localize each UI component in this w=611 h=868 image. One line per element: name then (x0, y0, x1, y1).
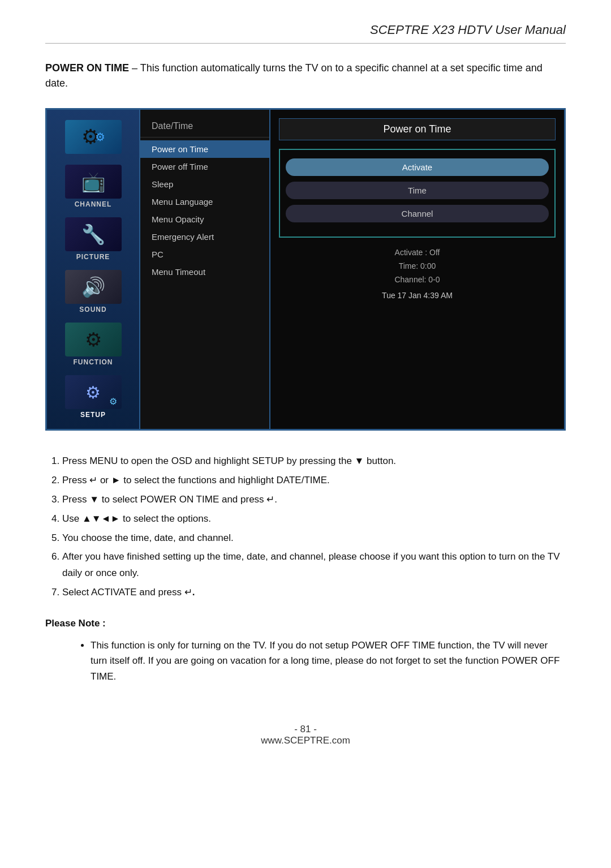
menu-item-menu-timeout[interactable]: Menu Timeout (140, 263, 269, 281)
instructions-section: Press MENU to open the OSD and highlight… (45, 453, 566, 601)
sidebar-item-sound[interactable]: 🔊 SOUND (47, 265, 139, 318)
step-6: After you have finished setting up the t… (62, 549, 566, 582)
menu-item-pc[interactable]: PC (140, 246, 269, 263)
sidebar-item-picture[interactable]: 🔧 PICTURE (47, 213, 139, 265)
step-4: Use ▲▼◄► to select the options. (62, 511, 566, 527)
step-2: Press ↵ or ► to select the functions and… (62, 472, 566, 489)
function-label: FUNCTION (74, 358, 113, 366)
menu-item-sleep[interactable]: Sleep (140, 175, 269, 193)
page-header: SCEPTRE X23 HDTV User Manual (45, 23, 566, 44)
panel-info: Activate : Off Time: 0:00 Channel: 0-0 T… (279, 246, 556, 303)
picture-label: PICTURE (76, 253, 110, 261)
channel-icon: 📺 (65, 165, 122, 199)
function-icon: ⚙ (65, 323, 122, 356)
step-7: Select ACTIVATE and press ↵. (62, 585, 566, 601)
channel-status: Channel: 0-0 (279, 273, 556, 287)
sound-icon: 🔊 (65, 270, 122, 304)
menu-item-menu-opacity[interactable]: Menu Opacity (140, 210, 269, 228)
tv-sidebar: ⚙ ⚙ 📺 CHANNEL 🔧 PICTURE 🔊 SOUND ⚙ FUNCTI… (47, 110, 140, 429)
intro-paragraph: POWER ON TIME – This function automatica… (45, 61, 566, 91)
note-bullet-1: This function is only for turning on the… (91, 638, 566, 684)
panel-option-channel[interactable]: Channel (286, 205, 549, 222)
note-bullets: This function is only for turning on the… (45, 638, 566, 684)
menu-item-power-off-time[interactable]: Power off Time (140, 158, 269, 175)
tv-menu: Date/Time Power on Time Power off Time S… (140, 110, 270, 429)
page-footer: - 81 - www.SCEPTRE.com (45, 718, 566, 746)
datetime-display: Tue 17 Jan 4:39 AM (279, 289, 556, 303)
step-3: Press ▼ to select POWER ON TIME and pres… (62, 492, 566, 508)
instructions-list: Press MENU to open the OSD and highlight… (45, 453, 566, 601)
menu-header: Date/Time (140, 118, 269, 137)
please-note-label: Please Note : (45, 618, 566, 629)
sidebar-item-function[interactable]: ⚙ FUNCTION (47, 318, 139, 371)
intro-bold: POWER ON TIME (45, 62, 129, 74)
setup-top-icon: ⚙ ⚙ (65, 120, 122, 154)
sidebar-item-setup[interactable]: ⚙ ⚙ SETUP (47, 371, 139, 423)
website: www.SCEPTRE.com (45, 735, 566, 746)
panel-option-activate[interactable]: Activate (286, 158, 549, 176)
menu-item-menu-language[interactable]: Menu Language (140, 193, 269, 210)
channel-label: CHANNEL (75, 200, 112, 208)
panel-option-time[interactable]: Time (286, 182, 549, 199)
menu-item-emergency-alert[interactable]: Emergency Alert (140, 228, 269, 246)
panel-options-box: Activate Time Channel (279, 149, 556, 238)
tv-panel: Power on Time Activate Time Channel Acti… (270, 110, 564, 429)
step-5: You choose the time, date, and channel. (62, 530, 566, 547)
sidebar-item-channel[interactable]: 📺 CHANNEL (47, 160, 139, 213)
tv-ui-screenshot: ⚙ ⚙ 📺 CHANNEL 🔧 PICTURE 🔊 SOUND ⚙ FUNCTI… (45, 108, 566, 431)
setup-label: SETUP (80, 411, 106, 419)
picture-icon: 🔧 (65, 217, 122, 251)
step-1: Press MENU to open the OSD and highlight… (62, 453, 566, 470)
sidebar-item-setup-top[interactable]: ⚙ ⚙ (47, 115, 139, 160)
panel-header: Power on Time (279, 118, 556, 140)
menu-item-power-on-time[interactable]: Power on Time (140, 140, 269, 158)
activate-status: Activate : Off (279, 246, 556, 260)
time-status: Time: 0:00 (279, 260, 556, 273)
page-number: - 81 - (45, 724, 566, 735)
sound-label: SOUND (79, 306, 106, 313)
setup-icon: ⚙ ⚙ (65, 375, 122, 409)
